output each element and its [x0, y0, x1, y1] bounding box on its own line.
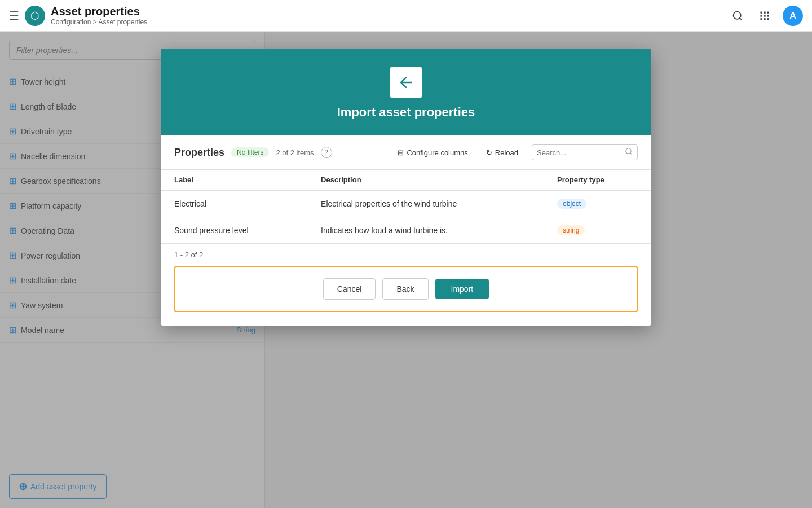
reload-button[interactable]: ↻ Reload [482, 146, 523, 159]
props-header: Properties No filters 2 of 2 items ? ⊟ C… [161, 135, 651, 170]
cell-label: Electrical [161, 190, 307, 217]
configure-columns-label: Configure columns [407, 148, 467, 157]
modal-title: Import asset properties [337, 105, 475, 120]
back-button[interactable]: Back [382, 278, 428, 300]
svg-rect-6 [764, 15, 765, 16]
reload-icon: ↻ [486, 148, 492, 157]
props-actions: ⊟ Configure columns ↻ Reload [393, 144, 638, 160]
search-icon[interactable] [729, 7, 747, 25]
svg-rect-8 [761, 18, 762, 20]
props-title: Properties [174, 147, 224, 159]
pagination: 1 - 2 of 2 [161, 243, 651, 266]
type-badge: string [557, 225, 585, 235]
modal-header: Import asset properties [161, 49, 651, 135]
app-logo: ⬡ [25, 6, 45, 26]
import-icon [390, 67, 422, 98]
app-title: Asset properties [51, 5, 147, 18]
menu-icon[interactable]: ☰ [9, 9, 19, 23]
svg-line-12 [630, 153, 632, 155]
svg-rect-3 [764, 11, 765, 13]
svg-rect-9 [764, 18, 765, 20]
avatar[interactable]: A [783, 6, 803, 26]
svg-point-11 [626, 148, 631, 154]
svg-rect-5 [761, 15, 762, 16]
cell-label: Sound pressure level [161, 217, 307, 244]
props-count: 2 of 2 items [276, 148, 314, 157]
type-badge: object [557, 199, 586, 209]
svg-rect-2 [761, 11, 762, 13]
search-input[interactable] [537, 148, 621, 157]
table-header-row: Label Description Property type [161, 170, 651, 190]
table-head: Label Description Property type [161, 170, 651, 190]
modal-footer: Cancel Back Import [174, 266, 638, 312]
configure-columns-button[interactable]: ⊟ Configure columns [393, 146, 472, 159]
svg-rect-4 [767, 11, 769, 13]
breadcrumb: Configuration > Asset properties [51, 18, 147, 26]
table-row[interactable]: Sound pressure level Indicates how loud … [161, 217, 651, 244]
cancel-button[interactable]: Cancel [323, 278, 376, 300]
cell-description: Electrical properties of the wind turbin… [307, 190, 544, 217]
svg-line-1 [740, 17, 742, 20]
topnav-right: A [729, 6, 803, 26]
table-row[interactable]: Electrical Electrical properties of the … [161, 190, 651, 217]
cell-type: object [544, 190, 651, 217]
cell-type: string [544, 217, 651, 244]
search-box [532, 144, 638, 160]
modal-body: Properties No filters 2 of 2 items ? ⊟ C… [161, 135, 651, 266]
apps-icon[interactable] [756, 7, 774, 25]
reload-label: Reload [495, 148, 518, 157]
properties-table: Label Description Property type Electric… [161, 170, 651, 243]
import-button[interactable]: Import [435, 279, 489, 299]
topnav-left: ☰ ⬡ Asset properties Configuration > Ass… [9, 5, 729, 26]
col-property-type: Property type [544, 170, 651, 190]
topnav: ☰ ⬡ Asset properties Configuration > Ass… [0, 0, 812, 32]
cell-description: Indicates how loud a wind turbine is. [307, 217, 544, 244]
table-body: Electrical Electrical properties of the … [161, 190, 651, 243]
col-description: Description [307, 170, 544, 190]
svg-rect-10 [767, 18, 769, 20]
overlay: Import asset properties Properties No fi… [0, 32, 812, 508]
columns-icon: ⊟ [398, 148, 404, 157]
search-icon [625, 147, 633, 157]
main-content: ⊞ Tower height ⊞ Length of Blade ⊞ Drive… [0, 32, 812, 508]
import-modal: Import asset properties Properties No fi… [161, 49, 651, 326]
no-filters-badge: No filters [231, 147, 269, 157]
svg-point-0 [734, 11, 741, 19]
svg-rect-7 [767, 15, 769, 16]
props-help-icon[interactable]: ? [321, 147, 332, 158]
col-label: Label [161, 170, 307, 190]
app-title-block: Asset properties Configuration > Asset p… [51, 5, 147, 26]
